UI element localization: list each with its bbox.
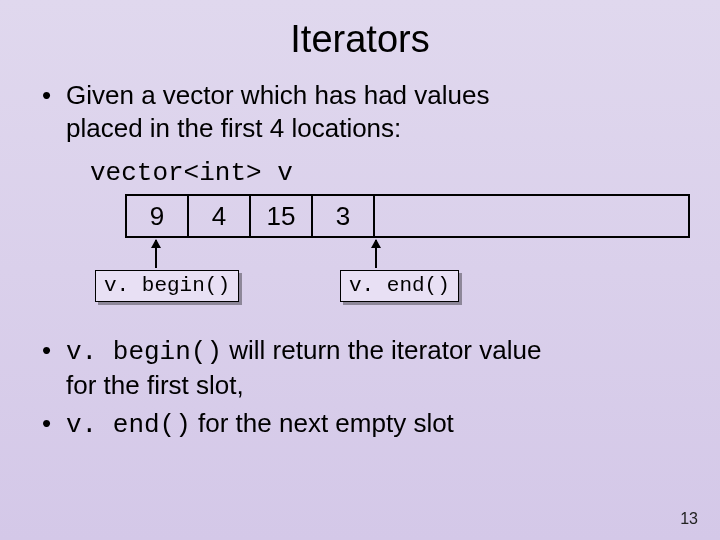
page-title: Iterators (30, 18, 690, 61)
bullet-intro: Given a vector which has had values plac… (40, 79, 690, 144)
vector-cell-0: 9 (127, 196, 189, 236)
label-end: v. end() (340, 270, 459, 302)
bullet-begin: v. begin() will return the iterator valu… (40, 334, 690, 401)
bullet-begin-text-a: will return the iterator value (222, 335, 541, 365)
bullet-intro-line1: Given a vector which has had values (66, 80, 489, 110)
label-begin: v. begin() (95, 270, 239, 302)
vector-declaration: vector<int> v (90, 158, 690, 188)
arrow-end-icon (375, 240, 377, 268)
bullet-begin-code: v. begin() (66, 337, 222, 367)
vector-cell-1: 4 (189, 196, 251, 236)
bullet-intro-line2: placed in the first 4 locations: (66, 113, 401, 143)
vector-row: 9 4 15 3 (125, 194, 690, 238)
arrow-begin-icon (155, 240, 157, 268)
bullet-end-code: v. end() (66, 410, 191, 440)
bullet-end: v. end() for the next empty slot (40, 407, 690, 442)
page-number: 13 (680, 510, 698, 528)
vector-cell-empty (375, 196, 688, 236)
vector-cell-3: 3 (313, 196, 375, 236)
bullet-begin-text-b: for the first slot, (66, 370, 244, 400)
bullet-end-text: for the next empty slot (191, 408, 454, 438)
vector-cell-2: 15 (251, 196, 313, 236)
